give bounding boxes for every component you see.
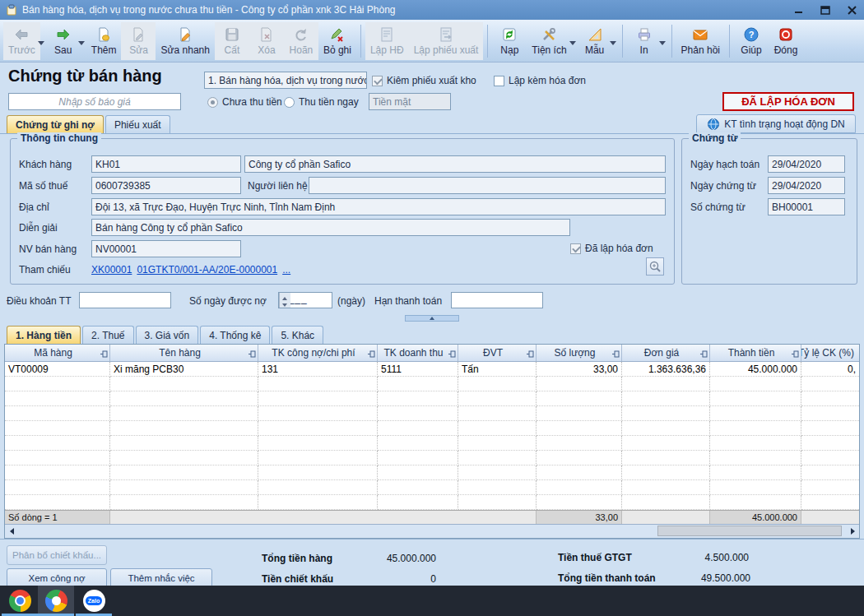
- radio-thu-tien-ngay[interactable]: Thu tiền ngay: [284, 96, 359, 108]
- cell-dvt[interactable]: Tấn: [458, 362, 537, 377]
- horizontal-scrollbar[interactable]: [5, 524, 859, 538]
- toolbar-button-lap-phieu-xuat[interactable]: Lập phiếu xuất: [409, 22, 484, 60]
- cell-don-gia[interactable]: 1.363.636,36: [622, 362, 710, 377]
- tab-phieu-xuat[interactable]: Phiếu xuất: [105, 115, 170, 133]
- customer-name-input[interactable]: Công ty cổ phần Safico: [244, 155, 666, 173]
- cell-ten-hang[interactable]: Xi măng PCB30: [110, 362, 258, 377]
- back-dropdown-caret[interactable]: [38, 41, 44, 49]
- pin-icon[interactable]: [527, 349, 534, 360]
- reference-link-invoice[interactable]: 01GTKT0/001-AA/20E-0000001: [137, 264, 277, 276]
- maximize-button[interactable]: [818, 3, 833, 16]
- spin-down-icon[interactable]: [280, 300, 290, 308]
- toolbar-button-sua-nhanh[interactable]: Sửa nhanh: [156, 22, 214, 60]
- cell-ma-hang[interactable]: VT00009: [5, 362, 110, 377]
- tab-thong-ke[interactable]: 4. Thống kê: [200, 326, 270, 344]
- column-header-so-luong[interactable]: Số lượng: [537, 345, 622, 361]
- zoom-detail-button[interactable]: [646, 257, 664, 276]
- toolbar-button-xoa[interactable]: Xóa: [249, 22, 284, 60]
- reference-link-more[interactable]: ...: [282, 264, 290, 276]
- document-number-input[interactable]: BH00001: [768, 198, 845, 215]
- toolbar-button-giup[interactable]: ? Giúp: [734, 22, 769, 60]
- pin-icon[interactable]: [100, 349, 108, 360]
- document-type-combo[interactable]: 1. Bán hàng hóa, dịch vụ trong nước: [204, 72, 367, 89]
- toolbar-button-in[interactable]: In: [627, 22, 662, 60]
- allocate-discount-button[interactable]: Phân bổ chiết khấu...: [7, 545, 107, 565]
- scrollbar-thumb[interactable]: [657, 526, 842, 536]
- toolbar-button-phan-hoi[interactable]: Phản hồi: [676, 22, 725, 60]
- pin-icon[interactable]: [448, 349, 456, 360]
- forward-dropdown-caret[interactable]: [78, 41, 85, 49]
- close-button[interactable]: [844, 3, 859, 16]
- salesperson-input[interactable]: NV00001: [91, 240, 241, 257]
- toolbar-button-hoan[interactable]: Hoãn: [284, 22, 318, 60]
- tab-thue[interactable]: 2. Thuế: [82, 326, 133, 344]
- checkbox-lap-kem-hoa-don[interactable]: Lập kèm hóa đơn: [494, 75, 586, 86]
- column-header-ma-hang[interactable]: Mã hàng: [5, 345, 110, 361]
- scroll-left-arrow[interactable]: [5, 525, 18, 538]
- tab-khac[interactable]: 5. Khác: [272, 326, 323, 344]
- spin-up-icon[interactable]: [280, 293, 290, 300]
- customer-code-input[interactable]: KH01: [91, 155, 241, 173]
- column-header-tk-doanh-thu[interactable]: TK doanh thu: [378, 345, 458, 361]
- column-header-dvt[interactable]: ĐVT: [458, 345, 537, 361]
- credit-days-spinner[interactable]: ____: [278, 292, 332, 308]
- column-header-don-gia[interactable]: Đơn giá: [622, 345, 710, 361]
- mau-dropdown-caret[interactable]: [610, 41, 616, 49]
- address-input[interactable]: Đội 13, xã Trực Đạo, Huyện Trực Ninh, Tỉ…: [91, 198, 666, 215]
- reference-link-xk[interactable]: XK00001: [91, 264, 132, 276]
- column-header-ten-hang[interactable]: Tên hàng: [110, 345, 258, 361]
- contact-person-input[interactable]: [309, 177, 666, 194]
- toolbar-button-mau[interactable]: Mẫu: [578, 22, 612, 60]
- pin-icon[interactable]: [700, 349, 708, 360]
- quote-number-input[interactable]: Nhập số báo giá: [8, 93, 181, 110]
- tab-gia-von[interactable]: 3. Giá vốn: [136, 326, 199, 344]
- description-input[interactable]: Bán hàng Công ty cổ phần Safico: [91, 219, 570, 236]
- refresh-icon: [501, 26, 518, 43]
- collapse-handle[interactable]: [405, 315, 459, 322]
- pin-icon[interactable]: [792, 349, 799, 360]
- undo-icon: [293, 26, 309, 43]
- toolbar-button-cat[interactable]: Cất: [215, 22, 249, 60]
- tax-code-input[interactable]: 0600739385: [91, 177, 241, 194]
- checkbox-kiem-phieu-xuat-kho[interactable]: Kiêm phiếu xuất kho: [372, 75, 476, 86]
- document-date-input[interactable]: 29/04/2020: [768, 177, 845, 194]
- column-header-thanh-tien[interactable]: Thành tiền: [710, 345, 801, 361]
- toolbar-button-lap-hd[interactable]: Lập HĐ: [365, 22, 409, 60]
- toolbar-button-sua[interactable]: Sửa: [121, 22, 156, 60]
- edit-document-icon: [130, 26, 146, 43]
- cell-tk-doanh-thu[interactable]: 5111: [378, 362, 458, 377]
- pin-icon[interactable]: [612, 349, 620, 360]
- column-header-ty-le-ck[interactable]: Tỷ lệ CK (%): [801, 345, 859, 361]
- toolbar-button-bo-ghi[interactable]: Bỏ ghi: [318, 22, 356, 60]
- minimize-button[interactable]: [792, 3, 806, 16]
- pin-icon[interactable]: [249, 349, 256, 360]
- toolbar-button-tien-ich[interactable]: Tiện ích: [527, 22, 571, 60]
- tien-ich-dropdown-caret[interactable]: [569, 41, 576, 49]
- column-header-tk-cong-no[interactable]: TK công nợ/chi phí: [258, 345, 378, 361]
- toolbar-button-nap[interactable]: Nạp: [492, 22, 527, 60]
- payment-terms-input[interactable]: [79, 292, 171, 308]
- toolbar-button-them[interactable]: Thêm: [86, 22, 122, 60]
- grid-empty-row: [5, 406, 859, 421]
- scroll-right-arrow[interactable]: [846, 525, 859, 538]
- spinner-buttons[interactable]: [279, 293, 290, 308]
- tab-hang-tien[interactable]: 1. Hàng tiền: [7, 326, 81, 344]
- toolbar-button-truoc[interactable]: Trước: [3, 22, 40, 60]
- posting-date-input[interactable]: 29/04/2020: [768, 155, 845, 173]
- cell-tk-cong-no[interactable]: 131: [258, 362, 378, 377]
- toolbar-button-sau[interactable]: Sau: [46, 22, 81, 60]
- kt-business-status-button[interactable]: KT tình trạng hoạt động DN: [696, 114, 856, 133]
- in-dropdown-caret[interactable]: [659, 41, 666, 49]
- cell-so-luong[interactable]: 33,00: [537, 362, 622, 377]
- radio-chua-thu-tien[interactable]: Chưa thu tiền: [207, 96, 282, 108]
- toolbar-button-dong[interactable]: Đóng: [769, 22, 803, 60]
- taskbar-zalo-button[interactable]: Zalo: [76, 586, 112, 616]
- taskbar-chrome-button[interactable]: [2, 586, 38, 616]
- taskbar-coccoc-button[interactable]: [38, 586, 74, 616]
- tab-chung-tu-ghi-no[interactable]: Chứng từ ghi nợ: [7, 115, 104, 133]
- payment-method-input[interactable]: Tiền mặt: [369, 93, 451, 110]
- cell-thanh-tien[interactable]: 45.000.000: [710, 362, 801, 377]
- pin-icon[interactable]: [368, 349, 375, 360]
- cell-ty-le-ck[interactable]: 0,: [801, 362, 859, 377]
- due-date-input[interactable]: [451, 292, 543, 308]
